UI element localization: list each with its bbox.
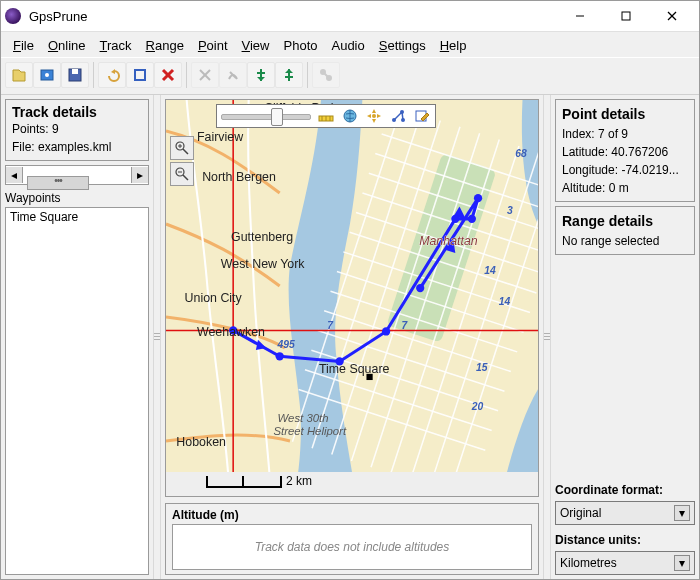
map-view[interactable]: Fairview Cliffside Park North Bergen Gut… — [165, 99, 539, 497]
map-label: Weehawken — [197, 325, 265, 339]
waypoints-label: Waypoints — [5, 191, 149, 205]
map-label: West New York — [221, 257, 306, 271]
coord-format-label: Coordinate format: — [555, 483, 695, 497]
titlebar: GpsPrune — [1, 1, 699, 32]
svg-marker-9 — [111, 69, 115, 74]
main-body: Track details Points: 9 File: examples.k… — [1, 95, 699, 579]
open-file-button[interactable] — [5, 62, 33, 88]
svg-marker-4 — [13, 70, 25, 81]
svg-point-6 — [45, 73, 49, 77]
menu-point[interactable]: Point — [192, 36, 234, 55]
altitude-panel: Altitude (m) Track data does not include… — [165, 503, 539, 575]
scalebar-toggle-icon[interactable] — [317, 107, 335, 125]
distance-units-value: Kilometres — [560, 556, 617, 570]
highway-badge: 15 — [476, 362, 488, 373]
menu-range[interactable]: Range — [140, 36, 190, 55]
point-details-box: Point details Index: 7 of 9 Latitude: 40… — [555, 99, 695, 202]
menu-view[interactable]: View — [236, 36, 276, 55]
chevron-down-icon: ▾ — [674, 555, 690, 571]
zoom-out-button[interactable] — [170, 162, 194, 186]
svg-line-42 — [183, 149, 188, 154]
menu-online[interactable]: Online — [42, 36, 92, 55]
autopan-icon[interactable] — [365, 107, 383, 125]
scroll-left-icon[interactable]: ◂ — [6, 167, 23, 183]
chevron-down-icon: ▾ — [674, 505, 690, 521]
connect-points-icon[interactable] — [389, 107, 407, 125]
range-empty: No range selected — [562, 232, 688, 250]
save-button[interactable] — [61, 62, 89, 88]
altitude-header: Altitude (m) — [172, 508, 532, 522]
minimize-button[interactable] — [557, 2, 603, 30]
undo-button[interactable] — [98, 62, 126, 88]
scroll-thumb[interactable] — [27, 176, 89, 190]
delete-point-button[interactable] — [154, 62, 182, 88]
map-canvas[interactable]: Fairview Cliffside Park North Bergen Gut… — [166, 100, 538, 472]
app-window: GpsPrune File Online Track Range Point V… — [0, 0, 700, 580]
maximize-button[interactable] — [603, 2, 649, 30]
svg-marker-31 — [372, 119, 376, 123]
track-file: File: examples.kml — [12, 138, 142, 156]
svg-rect-1 — [622, 12, 630, 20]
center-panel: Fairview Cliffside Park North Bergen Gut… — [161, 95, 543, 579]
point-alt: Altitude: 0 m — [562, 179, 688, 197]
edit-point-button[interactable] — [126, 62, 154, 88]
svg-line-39 — [402, 112, 403, 120]
highway-badge: 14 — [499, 296, 511, 307]
menu-audio[interactable]: Audio — [325, 36, 370, 55]
menu-help[interactable]: Help — [434, 36, 473, 55]
scale-label: 2 km — [286, 474, 312, 488]
svg-line-38 — [394, 112, 402, 120]
toolbar — [1, 57, 699, 95]
track-scroll[interactable]: ◂ ▸ — [5, 165, 149, 185]
map-label: Manhattan — [419, 234, 478, 248]
svg-point-83 — [468, 215, 476, 223]
svg-line-46 — [183, 175, 188, 180]
waypoint-item[interactable]: Time Square — [10, 210, 144, 224]
add-photo-button[interactable] — [33, 62, 61, 88]
point-lat: Latitude: 40.767206 — [562, 143, 688, 161]
track-details-box: Track details Points: 9 File: examples.k… — [5, 99, 149, 161]
range-details-title: Range details — [562, 211, 688, 232]
splitter-left[interactable] — [153, 95, 161, 579]
map-label: Guttenberg — [231, 230, 293, 244]
shift-up-button[interactable] — [275, 62, 303, 88]
edit-mode-icon[interactable] — [413, 107, 431, 125]
app-title: GpsPrune — [29, 9, 88, 24]
point-lon: Longitude: -74.0219... — [562, 161, 688, 179]
map-label: Hoboken — [176, 435, 226, 449]
highway-badge: 14 — [484, 265, 496, 276]
map-label: Time Square — [319, 362, 390, 376]
menu-file[interactable]: File — [7, 36, 40, 55]
coord-format-value: Original — [560, 506, 601, 520]
left-panel: Track details Points: 9 File: examples.k… — [1, 95, 153, 579]
coord-format-select[interactable]: Original ▾ — [555, 501, 695, 525]
app-icon — [5, 8, 21, 24]
svg-marker-32 — [367, 114, 371, 118]
svg-point-84 — [474, 194, 482, 202]
track-points: Points: 9 — [12, 120, 142, 138]
svg-point-79 — [276, 352, 284, 360]
menu-track[interactable]: Track — [94, 36, 138, 55]
close-button[interactable] — [649, 2, 695, 30]
globe-icon[interactable] — [341, 107, 359, 125]
select-end-button — [219, 62, 247, 88]
map-label: North Bergen — [202, 170, 276, 184]
map-label: Fairview — [197, 130, 243, 144]
map-toolbar — [216, 104, 436, 128]
scroll-right-icon[interactable]: ▸ — [131, 167, 148, 183]
map-label: Union City — [185, 291, 243, 305]
map-label: West 30th — [278, 412, 329, 424]
menu-settings[interactable]: Settings — [373, 36, 432, 55]
splitter-right[interactable] — [543, 95, 551, 579]
waypoints-list[interactable]: Time Square — [5, 207, 149, 575]
svg-marker-20 — [285, 69, 293, 73]
zoom-in-button[interactable] — [170, 136, 194, 160]
distance-units-select[interactable]: Kilometres ▾ — [555, 551, 695, 575]
highway-badge: 495 — [277, 339, 295, 350]
shift-down-button[interactable] — [247, 62, 275, 88]
altitude-chart: Track data does not include altitudes — [172, 524, 532, 570]
point-index: Index: 7 of 9 — [562, 125, 688, 143]
transparency-slider[interactable] — [221, 107, 311, 125]
svg-marker-17 — [257, 77, 265, 81]
menu-photo[interactable]: Photo — [278, 36, 324, 55]
